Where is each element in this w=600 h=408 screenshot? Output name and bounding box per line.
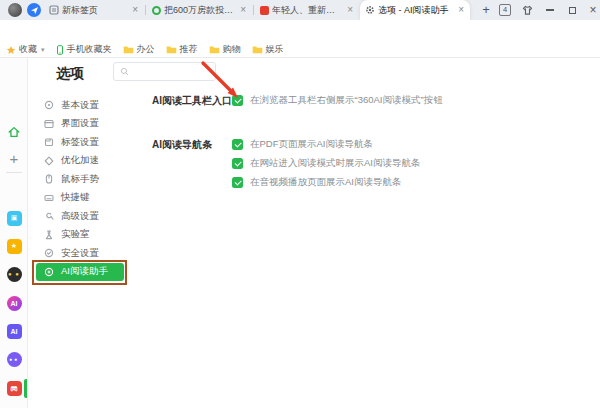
search-icon <box>120 67 129 76</box>
settings-menu: 基本设置 界面设置 标签设置 优化加速 鼠标手势 快捷键 <box>36 96 124 281</box>
bookmark-folder-recommend[interactable]: 推荐 <box>166 43 198 56</box>
user-avatar[interactable] <box>8 3 22 17</box>
window-close-button[interactable]: × <box>584 0 600 20</box>
rail-app-ai-square-icon[interactable]: AI <box>6 323 22 339</box>
option-row: 在网站进入阅读模式时展示AI阅读导航条 <box>232 157 420 169</box>
option-row: 在音视频播放页面展示AI阅读导航条 <box>232 176 420 188</box>
tab-new-page[interactable]: 新标签页 × <box>44 0 144 20</box>
option-label: 在音视频播放页面展示AI阅读导航条 <box>250 176 401 188</box>
rail-app-games-icon[interactable]: 🎮︎ <box>6 380 22 396</box>
tab-title: 新标签页 <box>62 4 128 17</box>
bookmark-folder-office[interactable]: 办公 <box>123 43 155 56</box>
bookmark-folder-shopping[interactable]: 购物 <box>209 43 241 56</box>
menu-item-interface[interactable]: 界面设置 <box>36 115 124 134</box>
option-row: 在PDF页面展示AI阅读导航条 <box>232 138 420 150</box>
bookmark-folder-entertainment[interactable]: 娱乐 <box>252 43 284 56</box>
tab-article[interactable]: 年轻人、重新理解股市_【... × <box>255 0 359 20</box>
bookmark-mobile-folder[interactable]: 手机收藏夹 <box>56 43 112 56</box>
bookmark-label: 娱乐 <box>266 43 284 56</box>
rail-app-cyan-icon[interactable]: ▣ <box>6 210 22 226</box>
folder-icon <box>123 45 134 54</box>
bookmark-label: 手机收藏夹 <box>67 43 112 56</box>
rail-active-indicator <box>24 379 27 398</box>
bookmark-label: 购物 <box>223 43 241 56</box>
rail-home-button[interactable] <box>6 124 22 140</box>
tab-count-badge[interactable]: 4 <box>499 4 511 16</box>
360-search-icon <box>152 6 161 15</box>
rail-app-camera-icon[interactable]: ● ● <box>6 266 22 282</box>
option-label: 在PDF页面展示AI阅读导航条 <box>250 138 373 150</box>
tab-close-icon[interactable]: × <box>131 5 139 15</box>
tab-title: 年轻人、重新理解股市_【... <box>272 4 343 17</box>
tab-search-result[interactable]: 把600万房款投股市_360搜... × <box>147 0 252 20</box>
phone-icon <box>56 45 64 55</box>
folder-icon <box>209 45 220 54</box>
rail-add-button[interactable]: + <box>6 150 22 166</box>
rail-app-star-icon[interactable]: ★ <box>6 238 22 254</box>
option-row: 在浏览器工具栏右侧展示“360AI阅读模式”按钮 <box>232 94 443 106</box>
browser-window: 新标签页 × 把600万房款投股市_360搜... × 年轻人、重新理解股市_【… <box>0 0 600 408</box>
new-tab-button[interactable]: + <box>477 1 495 19</box>
favorites-menu[interactable]: 收藏 ▾ <box>6 43 45 56</box>
checkbox-checked[interactable] <box>232 177 243 188</box>
menu-item-basic[interactable]: 基本设置 <box>36 96 124 115</box>
tab-bar: 新标签页 × 把600万房款投股市_360搜... × 年轻人、重新理解股市_【… <box>0 0 600 20</box>
menu-item-advanced[interactable]: 高级设置 <box>36 207 124 226</box>
bookmark-label: 办公 <box>137 43 155 56</box>
settings-page: 选项 基本设置 界面设置 标签设置 优化加速 鼠 <box>28 58 600 408</box>
section-nav-bar: AI阅读导航条 在PDF页面展示AI阅读导航条 在网站进入阅读模式时展示AI阅读… <box>152 138 582 188</box>
page-title: 选项 <box>56 65 84 83</box>
theme-skin-icon[interactable] <box>518 0 536 20</box>
settings-content: AI阅读工具栏入口 在浏览器工具栏右侧展示“360AI阅读模式”按钮 AI阅读导… <box>152 94 582 219</box>
tab-close-icon[interactable]: × <box>346 5 354 15</box>
sync-icon[interactable] <box>27 3 41 17</box>
toolbar: AI se://settings/airead … ▾ 把600万房款投股市 <box>0 20 600 42</box>
annotation-arrow <box>190 58 250 106</box>
rail-app-ai-circle-icon[interactable]: AI <box>6 295 22 311</box>
menu-item-mouse-gestures[interactable]: 鼠标手势 <box>36 170 124 189</box>
dropdown-icon: ▾ <box>41 46 45 54</box>
star-icon <box>6 45 16 55</box>
checkbox-checked[interactable] <box>232 139 243 150</box>
tab-separator <box>145 5 146 15</box>
site-favicon <box>260 6 269 15</box>
bookmarks-bar: 收藏 ▾ 手机收藏夹 办公 推荐 购物 娱乐 <box>0 42 600 58</box>
maximize-button[interactable] <box>563 0 581 20</box>
tab-close-icon[interactable]: × <box>239 5 247 15</box>
menu-item-lab[interactable]: 实验室 <box>36 226 124 245</box>
bookmark-label: 推荐 <box>180 43 198 56</box>
option-label: 在网站进入阅读模式时展示AI阅读导航条 <box>250 157 420 169</box>
menu-item-speed[interactable]: 优化加速 <box>36 152 124 171</box>
section-label: AI阅读导航条 <box>152 138 232 188</box>
rail-app-robot-icon[interactable]: ●● <box>6 351 22 367</box>
tab-settings-active[interactable]: 选项 - AI阅读助手 × <box>360 0 470 20</box>
folder-icon <box>166 45 177 54</box>
folder-icon <box>252 45 263 54</box>
gear-icon <box>365 5 375 15</box>
minimize-button[interactable] <box>541 0 559 20</box>
option-label: 在浏览器工具栏右侧展示“360AI阅读模式”按钮 <box>250 94 443 106</box>
favorites-label: 收藏 <box>19 43 37 56</box>
checkbox-checked[interactable] <box>232 158 243 169</box>
menu-item-tabs[interactable]: 标签设置 <box>36 133 124 152</box>
newtab-page-icon <box>49 5 59 15</box>
annotation-highlight-box <box>32 260 127 285</box>
tab-title: 把600万房款投股市_360搜... <box>164 4 236 17</box>
tab-title: 选项 - AI阅读助手 <box>378 4 454 17</box>
tab-separator <box>253 5 254 15</box>
tab-close-icon[interactable]: × <box>457 5 465 15</box>
rail-divider <box>6 172 22 173</box>
menu-item-shortcuts[interactable]: 快捷键 <box>36 189 124 208</box>
side-app-rail: + ▣ ★ ● ● AI AI ●● 🎮︎ P <box>0 58 28 408</box>
